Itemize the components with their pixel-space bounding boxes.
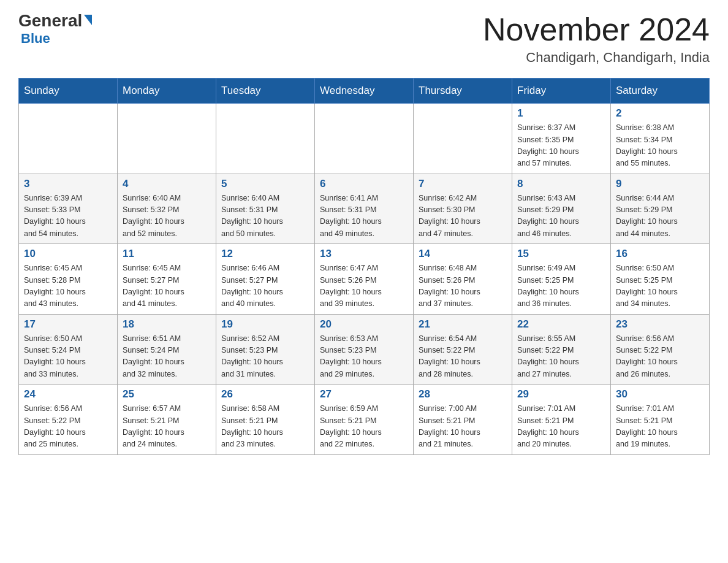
calendar-cell: 28Sunrise: 7:00 AM Sunset: 5:21 PM Dayli… [414, 385, 512, 455]
calendar-cell: 12Sunrise: 6:46 AM Sunset: 5:27 PM Dayli… [216, 244, 315, 315]
calendar-cell: 27Sunrise: 6:59 AM Sunset: 5:21 PM Dayli… [315, 385, 414, 455]
calendar-week-2: 3Sunrise: 6:39 AM Sunset: 5:33 PM Daylig… [19, 174, 710, 244]
day-number: 17 [24, 318, 112, 331]
day-number: 25 [123, 388, 211, 400]
col-tuesday: Tuesday [216, 79, 315, 104]
day-info: Sunrise: 6:40 AM Sunset: 5:32 PM Dayligh… [123, 193, 211, 240]
day-info: Sunrise: 6:58 AM Sunset: 5:21 PM Dayligh… [221, 403, 309, 451]
calendar-cell: 25Sunrise: 6:57 AM Sunset: 5:21 PM Dayli… [118, 385, 216, 455]
day-number: 18 [123, 318, 211, 331]
calendar-cell: 6Sunrise: 6:41 AM Sunset: 5:31 PM Daylig… [315, 174, 414, 244]
day-info: Sunrise: 7:01 AM Sunset: 5:21 PM Dayligh… [517, 403, 605, 451]
day-number: 2 [616, 107, 704, 120]
day-info: Sunrise: 6:41 AM Sunset: 5:31 PM Dayligh… [320, 193, 408, 240]
col-saturday: Saturday [611, 79, 710, 104]
calendar-cell [216, 104, 315, 174]
calendar-cell: 30Sunrise: 7:01 AM Sunset: 5:21 PM Dayli… [611, 385, 710, 455]
calendar-cell: 10Sunrise: 6:45 AM Sunset: 5:28 PM Dayli… [19, 244, 118, 315]
day-number: 11 [123, 248, 211, 260]
calendar-cell: 15Sunrise: 6:49 AM Sunset: 5:25 PM Dayli… [512, 244, 611, 315]
calendar-cell: 21Sunrise: 6:54 AM Sunset: 5:22 PM Dayli… [414, 314, 512, 385]
calendar-week-5: 24Sunrise: 6:56 AM Sunset: 5:22 PM Dayli… [19, 385, 710, 455]
calendar-cell: 3Sunrise: 6:39 AM Sunset: 5:33 PM Daylig… [19, 174, 118, 244]
location-title: Chandigarh, Chandigarh, India [483, 50, 710, 66]
calendar-cell: 16Sunrise: 6:50 AM Sunset: 5:25 PM Dayli… [611, 244, 710, 315]
day-number: 22 [517, 318, 605, 331]
day-info: Sunrise: 7:00 AM Sunset: 5:21 PM Dayligh… [419, 403, 507, 451]
day-info: Sunrise: 6:57 AM Sunset: 5:21 PM Dayligh… [123, 403, 211, 451]
calendar-cell: 9Sunrise: 6:44 AM Sunset: 5:29 PM Daylig… [611, 174, 710, 244]
day-info: Sunrise: 6:37 AM Sunset: 5:35 PM Dayligh… [517, 122, 605, 170]
col-sunday: Sunday [19, 79, 118, 104]
calendar-cell: 23Sunrise: 6:56 AM Sunset: 5:22 PM Dayli… [611, 314, 710, 385]
calendar-cell: 26Sunrise: 6:58 AM Sunset: 5:21 PM Dayli… [216, 385, 315, 455]
day-info: Sunrise: 6:49 AM Sunset: 5:25 PM Dayligh… [517, 262, 605, 310]
day-number: 3 [24, 178, 112, 190]
day-number: 24 [24, 388, 112, 400]
day-number: 12 [221, 248, 309, 260]
col-wednesday: Wednesday [315, 79, 414, 104]
calendar-cell [118, 104, 216, 174]
day-number: 28 [419, 388, 507, 400]
day-info: Sunrise: 6:59 AM Sunset: 5:21 PM Dayligh… [320, 403, 408, 451]
day-number: 29 [517, 388, 605, 400]
day-number: 4 [123, 178, 211, 190]
day-number: 7 [419, 178, 507, 190]
day-info: Sunrise: 6:52 AM Sunset: 5:23 PM Dayligh… [221, 333, 309, 381]
calendar-cell [414, 104, 512, 174]
day-number: 8 [517, 178, 605, 190]
day-info: Sunrise: 6:46 AM Sunset: 5:27 PM Dayligh… [221, 262, 309, 310]
day-info: Sunrise: 6:47 AM Sunset: 5:26 PM Dayligh… [320, 262, 408, 310]
day-number: 19 [221, 318, 309, 331]
header-right: November 2024 Chandigarh, Chandigarh, In… [483, 12, 710, 66]
day-number: 1 [517, 107, 605, 120]
day-info: Sunrise: 7:01 AM Sunset: 5:21 PM Dayligh… [616, 403, 704, 451]
day-info: Sunrise: 6:54 AM Sunset: 5:22 PM Dayligh… [419, 333, 507, 381]
day-number: 23 [616, 318, 704, 331]
calendar-cell: 18Sunrise: 6:51 AM Sunset: 5:24 PM Dayli… [118, 314, 216, 385]
calendar-header-row: Sunday Monday Tuesday Wednesday Thursday… [19, 79, 710, 104]
calendar-cell: 29Sunrise: 7:01 AM Sunset: 5:21 PM Dayli… [512, 385, 611, 455]
day-number: 14 [419, 248, 507, 260]
calendar-cell: 14Sunrise: 6:48 AM Sunset: 5:26 PM Dayli… [414, 244, 512, 315]
calendar-cell: 22Sunrise: 6:55 AM Sunset: 5:22 PM Dayli… [512, 314, 611, 385]
day-info: Sunrise: 6:50 AM Sunset: 5:25 PM Dayligh… [616, 262, 704, 310]
page-header: General Blue November 2024 Chandigarh, C… [18, 12, 710, 66]
calendar-cell: 4Sunrise: 6:40 AM Sunset: 5:32 PM Daylig… [118, 174, 216, 244]
logo-line1: General [18, 12, 92, 29]
calendar-cell: 17Sunrise: 6:50 AM Sunset: 5:24 PM Dayli… [19, 314, 118, 385]
col-thursday: Thursday [414, 79, 512, 104]
calendar-cell: 1Sunrise: 6:37 AM Sunset: 5:35 PM Daylig… [512, 104, 611, 174]
col-friday: Friday [512, 79, 611, 104]
day-number: 26 [221, 388, 309, 400]
day-info: Sunrise: 6:45 AM Sunset: 5:28 PM Dayligh… [24, 262, 112, 310]
day-info: Sunrise: 6:40 AM Sunset: 5:31 PM Dayligh… [221, 193, 309, 240]
day-number: 27 [320, 388, 408, 400]
day-number: 20 [320, 318, 408, 331]
day-info: Sunrise: 6:55 AM Sunset: 5:22 PM Dayligh… [517, 333, 605, 381]
day-number: 21 [419, 318, 507, 331]
day-info: Sunrise: 6:56 AM Sunset: 5:22 PM Dayligh… [616, 333, 704, 381]
day-number: 15 [517, 248, 605, 260]
day-number: 13 [320, 248, 408, 260]
day-info: Sunrise: 6:38 AM Sunset: 5:34 PM Dayligh… [616, 122, 704, 170]
logo-line2: Blue [21, 31, 50, 47]
calendar-cell: 20Sunrise: 6:53 AM Sunset: 5:23 PM Dayli… [315, 314, 414, 385]
calendar-table: Sunday Monday Tuesday Wednesday Thursday… [18, 78, 710, 455]
day-number: 6 [320, 178, 408, 190]
calendar-week-4: 17Sunrise: 6:50 AM Sunset: 5:24 PM Dayli… [19, 314, 710, 385]
calendar-cell: 5Sunrise: 6:40 AM Sunset: 5:31 PM Daylig… [216, 174, 315, 244]
logo: General Blue [18, 12, 92, 47]
calendar-week-3: 10Sunrise: 6:45 AM Sunset: 5:28 PM Dayli… [19, 244, 710, 315]
calendar-week-1: 1Sunrise: 6:37 AM Sunset: 5:35 PM Daylig… [19, 104, 710, 174]
day-info: Sunrise: 6:53 AM Sunset: 5:23 PM Dayligh… [320, 333, 408, 381]
day-info: Sunrise: 6:51 AM Sunset: 5:24 PM Dayligh… [123, 333, 211, 381]
calendar-cell: 13Sunrise: 6:47 AM Sunset: 5:26 PM Dayli… [315, 244, 414, 315]
day-number: 16 [616, 248, 704, 260]
day-info: Sunrise: 6:50 AM Sunset: 5:24 PM Dayligh… [24, 333, 112, 381]
day-info: Sunrise: 6:43 AM Sunset: 5:29 PM Dayligh… [517, 193, 605, 240]
calendar-cell: 7Sunrise: 6:42 AM Sunset: 5:30 PM Daylig… [414, 174, 512, 244]
calendar-cell: 8Sunrise: 6:43 AM Sunset: 5:29 PM Daylig… [512, 174, 611, 244]
day-info: Sunrise: 6:39 AM Sunset: 5:33 PM Dayligh… [24, 193, 112, 240]
day-number: 10 [24, 248, 112, 260]
